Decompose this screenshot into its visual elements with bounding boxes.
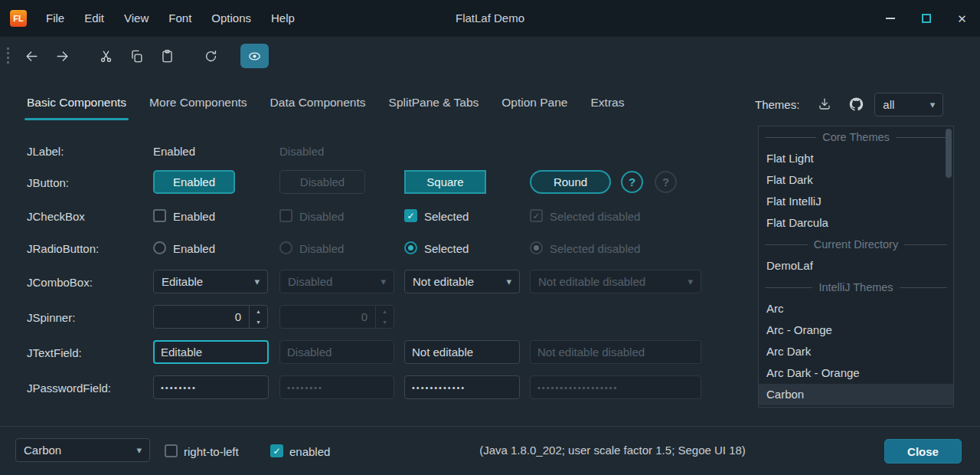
refresh-button[interactable] (197, 44, 225, 68)
tab-more-components[interactable]: More Components (138, 86, 259, 123)
spinner-value: 0 (154, 306, 249, 328)
passwordfield-editable[interactable]: •••••••• (153, 375, 269, 399)
theme-list-item[interactable]: Flat Light (759, 148, 953, 169)
spinner-buttons[interactable]: ▲ ▼ (249, 306, 267, 328)
jbutton-enabled[interactable]: Enabled (153, 170, 235, 194)
radio-enabled[interactable] (153, 241, 166, 254)
spinner-up-icon[interactable]: ▲ (250, 306, 267, 317)
theme-list-item[interactable]: DemoLaf (759, 255, 953, 277)
spinner-disabled: 0 ▲ ▼ (279, 305, 394, 329)
minimize-button[interactable] (872, 0, 908, 37)
combobox-not-editable[interactable]: Not editable ▾ (404, 270, 520, 293)
menu-view[interactable]: View (114, 0, 158, 37)
jbutton-square[interactable]: Square (404, 170, 486, 194)
theme-list-item-selected[interactable]: Carbon (759, 384, 953, 405)
menu-font[interactable]: Font (158, 0, 201, 37)
theme-combobox[interactable]: Carbon ▾ (15, 438, 150, 462)
theme-filter-value: all (883, 98, 923, 111)
checkbox-enabled[interactable] (153, 209, 166, 222)
separator-label: Current Directory (808, 238, 904, 251)
theme-list-item[interactable]: Arc Dark (759, 341, 953, 362)
textfield-value: Disabled (287, 346, 332, 359)
enabled-checkbox[interactable]: ✓ (270, 444, 283, 457)
textfield-editable[interactable]: Editable (153, 340, 269, 364)
tab-bar: Basic Components More Components Data Co… (15, 86, 635, 123)
close-dialog-button[interactable]: Close (884, 439, 962, 464)
radio-selected[interactable] (404, 241, 417, 254)
menu-help[interactable]: Help (261, 0, 305, 37)
right-to-left-label[interactable]: right-to-left (184, 445, 239, 458)
combobox-disabled: Disabled ▾ (279, 270, 394, 293)
textfield-disabled: Disabled (279, 340, 394, 364)
tab-splitpane-tabs[interactable]: SplitPane & Tabs (377, 86, 491, 123)
theme-list: Core Themes Flat Light Flat Dark Flat In… (758, 126, 954, 408)
tab-option-pane[interactable]: Option Pane (490, 86, 579, 123)
theme-list-item[interactable]: Arc Dark - Orange (759, 362, 953, 384)
checkbox-disabled (279, 209, 292, 222)
jspinner-row-label: JSpinner: (27, 311, 75, 324)
textfield-value: Not editable (412, 346, 473, 359)
toolbar-grip[interactable] (7, 48, 9, 64)
textfield-not-editable[interactable]: Not editable (404, 340, 520, 364)
jlabel-disabled: Disabled (279, 145, 324, 158)
scissors-icon (99, 49, 113, 64)
theme-list-separator: Core Themes (759, 126, 953, 148)
cut-button[interactable] (92, 44, 120, 68)
jbutton-round[interactable]: Round (530, 170, 611, 194)
enabled-label[interactable]: enabled (289, 445, 330, 458)
spinner-enabled[interactable]: 0 ▲ ▼ (153, 305, 268, 329)
checkbox-selected-disabled-label: Selected disabled (550, 210, 640, 223)
tab-data-components[interactable]: Data Components (259, 86, 377, 123)
check-icon: ✓ (273, 447, 280, 456)
window-title: FlatLaf Demo (456, 0, 524, 37)
download-themes-button[interactable] (812, 93, 838, 116)
theme-filter-combobox[interactable]: all ▾ (874, 93, 943, 116)
radio-enabled-label[interactable]: Enabled (173, 242, 215, 255)
checkbox-selected-label[interactable]: Selected (424, 210, 469, 223)
minimize-icon (886, 18, 895, 19)
combobox-editable[interactable]: Editable ▾ (153, 270, 268, 293)
github-button[interactable] (843, 93, 869, 116)
right-to-left-checkbox[interactable] (165, 444, 178, 457)
checkbox-enabled-label[interactable]: Enabled (173, 210, 215, 223)
spinner-down-icon[interactable]: ▼ (250, 317, 267, 329)
tab-basic-components[interactable]: Basic Components (15, 86, 138, 123)
checkbox-selected[interactable]: ✓ (404, 209, 417, 222)
theme-list-item[interactable]: Flat Dark (759, 169, 953, 191)
spinner-down-icon: ▼ (376, 317, 394, 329)
chevron-down-icon: ▾ (254, 276, 260, 287)
copy-button[interactable] (122, 44, 151, 68)
eye-toggle-button[interactable] (240, 44, 269, 68)
theme-list-item[interactable]: Flat IntelliJ (759, 191, 953, 212)
chevron-down-icon: ▾ (506, 276, 511, 287)
combobox-value: Not editable (413, 275, 500, 288)
jlabel-row-label: JLabel: (27, 145, 64, 158)
jtextfield-row-label: JTextField: (27, 346, 82, 359)
close-icon: ✕ (957, 13, 967, 25)
maximize-button[interactable] (908, 0, 944, 37)
paste-button[interactable] (153, 44, 181, 68)
theme-list-scrollbar[interactable] (946, 129, 952, 178)
theme-list-item[interactable]: Arc - Orange (759, 319, 953, 341)
bottom-bar: Carbon ▾ right-to-left ✓ enabled (Java 1… (0, 426, 980, 475)
password-dots: •••••••••••••••••• (537, 383, 618, 392)
themes-label: Themes: (755, 98, 799, 111)
jpasswordfield-row-label: JPasswordField: (27, 382, 111, 395)
back-button[interactable] (18, 44, 46, 68)
menu-options[interactable]: Options (201, 0, 261, 37)
combobox-value: Disabled (288, 275, 374, 288)
theme-list-item[interactable]: Arc (759, 298, 953, 319)
passwordfield-not-editable[interactable]: •••••••••••• (404, 375, 520, 399)
chevron-down-icon: ▾ (381, 276, 386, 287)
tab-extras[interactable]: Extras (580, 86, 636, 123)
radio-selected-label[interactable]: Selected (424, 242, 469, 255)
jbutton-help[interactable]: ? (621, 171, 643, 193)
refresh-icon (204, 49, 218, 64)
passwordfield-not-editable-disabled: •••••••••••••••••• (530, 375, 701, 399)
close-window-button[interactable]: ✕ (944, 0, 980, 37)
menu-file[interactable]: File (36, 0, 74, 37)
theme-list-item[interactable]: Flat Darcula (759, 212, 953, 234)
forward-button[interactable] (48, 44, 77, 68)
check-icon: ✓ (407, 211, 414, 221)
menu-edit[interactable]: Edit (74, 0, 114, 37)
